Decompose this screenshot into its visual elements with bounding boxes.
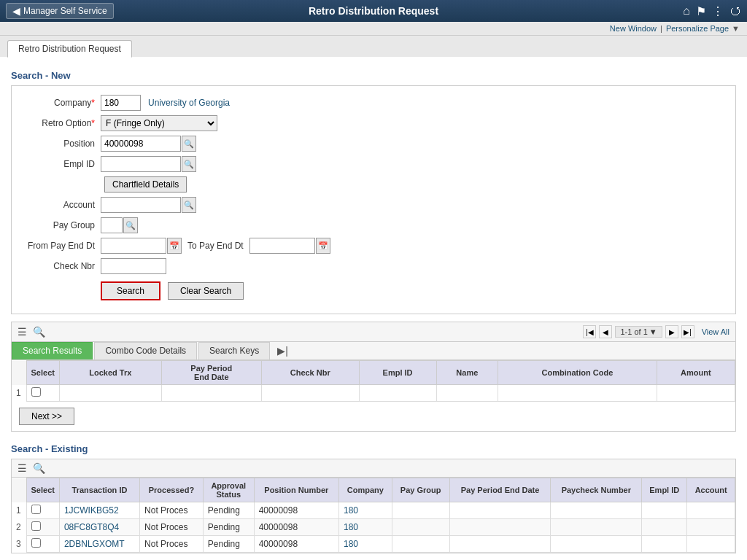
pagination-info: 1-1 of 1 ▼ bbox=[615, 326, 662, 338]
erow-num-3: 3 bbox=[12, 536, 26, 553]
date-row: From Pay End Dt 📅 To Pay End Dt 📅 bbox=[20, 238, 727, 254]
company-input[interactable] bbox=[101, 95, 141, 111]
check-nbr-row: Check Nbr bbox=[20, 258, 727, 274]
eprocessed-3: Not Proces bbox=[140, 536, 204, 553]
search-results-tab[interactable]: Search Results bbox=[12, 342, 93, 359]
th-pay-period-end-date: Pay PeriodEnd Date bbox=[161, 361, 261, 385]
search-button[interactable]: Search bbox=[101, 281, 160, 300]
eposition-number-3: 40000098 bbox=[254, 536, 338, 553]
eth-transaction-id: Transaction ID bbox=[59, 478, 139, 502]
prev-page-btn[interactable]: ◀ bbox=[599, 325, 612, 338]
epay-period-end-date-1 bbox=[449, 502, 551, 519]
epay-group-3 bbox=[392, 536, 449, 553]
new-window-link[interactable]: New Window bbox=[610, 24, 657, 33]
position-input[interactable] bbox=[101, 136, 181, 152]
from-date-calendar-btn[interactable]: 📅 bbox=[167, 238, 182, 254]
epaycheck-number-3 bbox=[551, 536, 642, 553]
view-all-link[interactable]: View All bbox=[702, 327, 729, 336]
tabs-expand-icon[interactable]: ▶| bbox=[271, 342, 294, 359]
select-checkbox-1[interactable] bbox=[31, 387, 41, 397]
back-button[interactable]: ◀ Manager Self Service bbox=[6, 3, 114, 19]
etransaction-id-2[interactable]: 08FC8GT8Q4 bbox=[59, 519, 139, 536]
erow-select-2[interactable] bbox=[26, 519, 59, 536]
search-results-search-icon[interactable]: 🔍 bbox=[33, 326, 45, 338]
result-tabs: Search Results Combo Code Details Search… bbox=[12, 342, 735, 360]
erow-select-1[interactable] bbox=[26, 502, 59, 519]
clear-search-button[interactable]: Clear Search bbox=[168, 282, 244, 300]
next-button[interactable]: Next >> bbox=[19, 408, 74, 425]
pagination-dropdown-icon[interactable]: ▼ bbox=[649, 327, 657, 336]
ecompany-3: 180 bbox=[338, 536, 392, 553]
position-lookup-btn[interactable]: 🔍 bbox=[182, 136, 196, 152]
epay-period-end-date-2 bbox=[449, 519, 551, 536]
empl-id-input[interactable] bbox=[101, 156, 181, 172]
epay-group-2 bbox=[392, 519, 449, 536]
eaccount-1 bbox=[687, 502, 735, 519]
back-label: Manager Self Service bbox=[23, 6, 107, 16]
chartfield-details-btn[interactable]: Chartfield Details bbox=[104, 176, 187, 192]
company-required: * bbox=[91, 98, 95, 108]
grid-settings-icon[interactable]: ☰ bbox=[18, 326, 27, 338]
name-1 bbox=[436, 385, 498, 402]
pagination: |◀ ◀ 1-1 of 1 ▼ ▶ ▶| View All bbox=[583, 325, 729, 338]
search-keys-tab[interactable]: Search Keys bbox=[198, 342, 270, 359]
erow-select-3[interactable] bbox=[26, 536, 59, 553]
table-header-row: Select Locked Trx Pay PeriodEnd Date Che… bbox=[12, 361, 735, 385]
chartfield-row: Chartfield Details bbox=[20, 176, 727, 192]
home-icon[interactable]: ⌂ bbox=[683, 4, 690, 18]
eth-processed: Processed? bbox=[140, 478, 204, 502]
secondary-nav: New Window | Personalize Page ▼ bbox=[0, 22, 747, 36]
existing-table-wrapper: ☰ 🔍 Select Transaction ID Processed? App… bbox=[11, 459, 736, 553]
pay-group-lookup-btn[interactable]: 🔍 bbox=[123, 217, 138, 233]
expand-icon[interactable]: ⭯ bbox=[729, 4, 741, 18]
table-row: 1 bbox=[12, 385, 735, 402]
existing-search-icon[interactable]: 🔍 bbox=[33, 462, 45, 474]
check-nbr-input[interactable] bbox=[101, 258, 166, 274]
account-row: Account 🔍 bbox=[20, 197, 727, 213]
etransaction-id-1[interactable]: 1JCWIKBG52 bbox=[59, 502, 139, 519]
results-area: ☰ 🔍 |◀ ◀ 1-1 of 1 ▼ ▶ ▶| View All Search… bbox=[11, 322, 736, 432]
retro-option-select[interactable]: F (Fringe Only) A (All) S (Salary Only) bbox=[101, 115, 217, 131]
existing-grid-icon[interactable]: ☰ bbox=[18, 462, 27, 474]
search-results-table: Select Locked Trx Pay PeriodEnd Date Che… bbox=[12, 360, 735, 402]
etransaction-id-3[interactable]: 2DBNLGXOMT bbox=[59, 536, 139, 553]
page-content: Search - New Company* University of Geor… bbox=[0, 57, 747, 560]
eth-row-num bbox=[12, 478, 26, 502]
combo-code-details-tab[interactable]: Combo Code Details bbox=[94, 342, 197, 359]
pay-group-input[interactable] bbox=[101, 217, 123, 233]
back-arrow-icon: ◀ bbox=[12, 5, 20, 17]
expand-btn[interactable]: ▼ bbox=[732, 24, 740, 33]
eaccount-2 bbox=[687, 519, 735, 536]
next-page-btn[interactable]: ▶ bbox=[665, 325, 678, 338]
epay-period-end-date-3 bbox=[449, 536, 551, 553]
eth-position-number: Position Number bbox=[254, 478, 338, 502]
eselect-checkbox-1[interactable] bbox=[31, 505, 41, 514]
eselect-checkbox-3[interactable] bbox=[31, 538, 41, 548]
from-pay-end-dt-input[interactable] bbox=[101, 238, 166, 254]
first-page-btn[interactable]: |◀ bbox=[583, 325, 596, 338]
retro-option-label: Retro Option* bbox=[20, 118, 101, 128]
personalize-page-link[interactable]: Personalize Page bbox=[666, 24, 729, 33]
bookmark-icon[interactable]: ⚑ bbox=[696, 4, 706, 18]
erow-num-1: 1 bbox=[12, 502, 26, 519]
account-input[interactable] bbox=[101, 197, 181, 213]
to-pay-end-dt-input[interactable] bbox=[249, 238, 315, 254]
last-page-btn[interactable]: ▶| bbox=[681, 325, 694, 338]
existing-toolbar: ☰ 🔍 bbox=[12, 459, 735, 478]
eapproval-status-3: Pending bbox=[203, 536, 254, 553]
account-label: Account bbox=[20, 200, 101, 210]
empl-id-lookup-btn[interactable]: 🔍 bbox=[182, 156, 196, 172]
to-pay-end-dt-label: To Pay End Dt bbox=[187, 241, 244, 251]
epaycheck-number-2 bbox=[551, 519, 642, 536]
search-existing-header: Search - Existing bbox=[11, 443, 736, 454]
eselect-checkbox-2[interactable] bbox=[31, 521, 41, 531]
check-nbr-label: Check Nbr bbox=[20, 261, 101, 271]
erow-num-2: 2 bbox=[12, 519, 26, 536]
row-select-1[interactable] bbox=[26, 385, 59, 402]
account-lookup-btn[interactable]: 🔍 bbox=[182, 197, 196, 213]
search-new-header: Search - New bbox=[11, 70, 736, 81]
to-date-calendar-btn[interactable]: 📅 bbox=[316, 238, 330, 254]
pagination-text: 1-1 of 1 bbox=[620, 327, 647, 336]
retro-distribution-tab[interactable]: Retro Distribution Request bbox=[7, 40, 132, 58]
more-icon[interactable]: ⋮ bbox=[712, 4, 724, 18]
